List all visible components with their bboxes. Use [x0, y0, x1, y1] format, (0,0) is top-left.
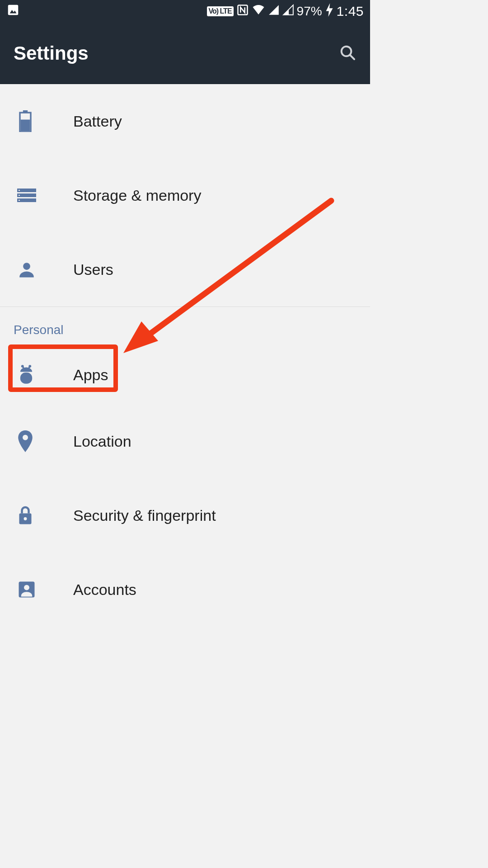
svg-line-5 — [350, 55, 354, 59]
section-header-personal: Personal — [0, 307, 370, 345]
battery-icon — [17, 110, 73, 132]
row-accounts[interactable]: Accounts — [0, 552, 370, 627]
svg-marker-3 — [326, 3, 333, 17]
svg-rect-13 — [17, 198, 36, 202]
battery-percent: 97% — [297, 4, 322, 19]
signal-icon-2 — [282, 4, 294, 19]
apps-icon — [17, 364, 73, 385]
lock-icon — [17, 505, 73, 526]
user-icon — [17, 260, 73, 279]
signal-icon-1 — [268, 4, 280, 19]
row-storage[interactable]: Storage & memory — [0, 158, 370, 232]
svg-point-15 — [23, 263, 30, 270]
accounts-icon — [17, 580, 73, 599]
row-label: Battery — [73, 113, 122, 130]
volte-badge: Vo) LTE — [207, 6, 234, 16]
location-icon — [17, 430, 73, 452]
row-label: Accounts — [73, 581, 136, 599]
row-label: Users — [73, 261, 113, 278]
wifi-icon — [252, 3, 265, 20]
row-location[interactable]: Location — [0, 404, 370, 478]
svg-point-21 — [23, 435, 28, 440]
storage-icon — [17, 188, 73, 203]
charging-icon — [325, 3, 334, 20]
row-battery[interactable]: Battery — [0, 84, 370, 158]
svg-point-23 — [24, 517, 27, 520]
svg-rect-8 — [21, 120, 30, 132]
row-label: Security & fingerprint — [73, 507, 216, 524]
search-icon[interactable] — [338, 43, 357, 63]
row-label: Location — [73, 433, 131, 450]
svg-rect-10 — [19, 190, 20, 191]
row-apps[interactable]: Apps — [0, 345, 370, 404]
settings-list: Battery Storage & memory Users Personal — [0, 84, 370, 627]
svg-rect-11 — [17, 193, 36, 197]
svg-rect-9 — [17, 189, 36, 192]
svg-rect-0 — [8, 5, 19, 15]
row-security[interactable]: Security & fingerprint — [0, 478, 370, 552]
svg-rect-20 — [20, 373, 32, 384]
picture-icon — [6, 3, 20, 20]
page-title: Settings — [14, 42, 89, 64]
svg-rect-14 — [19, 200, 20, 201]
app-bar: Settings — [0, 23, 370, 84]
status-bar: Vo) LTE 97% 1:45 — [0, 0, 370, 23]
nfc-icon — [236, 4, 249, 19]
svg-rect-12 — [19, 195, 20, 196]
row-label: Storage & memory — [73, 187, 201, 204]
row-users[interactable]: Users — [0, 232, 370, 307]
status-clock: 1:45 — [337, 4, 364, 19]
svg-point-25 — [24, 585, 29, 590]
row-label: Apps — [73, 366, 108, 384]
